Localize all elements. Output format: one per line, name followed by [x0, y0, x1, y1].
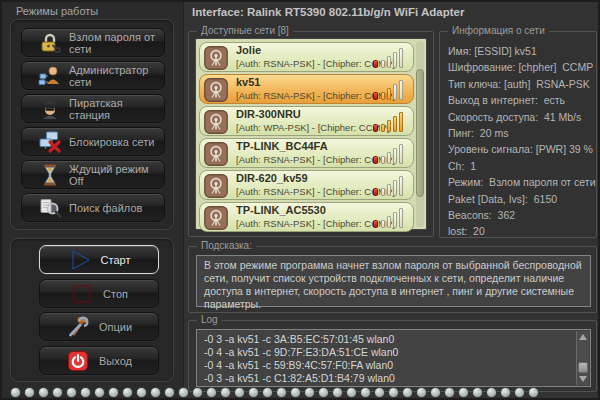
progress-dot — [290, 387, 301, 398]
signal-indicator — [373, 206, 407, 228]
progress-dot — [402, 387, 413, 398]
progress-dot — [444, 387, 455, 398]
network-item-dir300nru[interactable]: DIR-300NRU [Auth: WPA-PSK] - [Chipher: C… — [199, 106, 414, 136]
exit-button[interactable]: Выход — [39, 346, 159, 375]
network-item-jolie[interactable]: Jolie [Auth: RSNA-PSK] - [Chipher: CCMP] — [199, 42, 414, 72]
signal-bar — [393, 52, 397, 68]
log-scrollbar-thumb[interactable] — [578, 362, 588, 373]
progress-dot — [304, 387, 315, 398]
progress-dot — [164, 387, 175, 398]
mode-button-file-search[interactable]: Поиск файлов — [21, 193, 165, 222]
signal-indicator — [373, 110, 407, 132]
signal-bar — [399, 208, 403, 228]
signal-bar — [387, 56, 391, 68]
signal-bar — [381, 92, 385, 100]
scroll-up-icon[interactable] — [579, 334, 587, 340]
scroll-down-icon[interactable] — [579, 376, 587, 382]
signal-bar — [399, 144, 403, 164]
network-details: [Auth: RSNA-PSK] - [Chipher: CCMP] — [236, 186, 395, 197]
progress-dot — [80, 387, 91, 398]
signal-bar — [399, 48, 403, 68]
progress-dot — [318, 387, 329, 398]
signal-bar — [393, 180, 397, 196]
signal-bar — [381, 60, 385, 68]
signal-red-dot — [373, 124, 378, 132]
info-line-cipher: Шифрование: [chpher] CCMP — [448, 59, 596, 75]
log-scrollbar[interactable] — [576, 331, 589, 385]
signal-red-dot — [373, 188, 378, 196]
file-search-icon — [38, 196, 62, 220]
radio-tower-icon — [204, 46, 228, 70]
network-name: Jolie — [236, 44, 261, 56]
progress-dot — [388, 387, 399, 398]
progress-dot — [178, 387, 189, 398]
mode-button-pirate-station[interactable]: Пиратская станция — [21, 94, 165, 123]
network-item-dir620-kv59[interactable]: DIR-620_kv59 [Auth: RSNA-PSK] - [Chipher… — [199, 170, 414, 200]
signal-bar — [399, 80, 403, 100]
signal-red-dot — [373, 156, 378, 164]
network-list-scrollbar-thumb[interactable] — [416, 69, 424, 197]
progress-dot — [360, 387, 371, 398]
progress-dot — [38, 387, 49, 398]
stop-button-label: Стоп — [103, 288, 128, 300]
progress-dot — [276, 387, 287, 398]
radio-tower-icon — [204, 174, 228, 198]
mode-button-label: Администратор сети — [69, 64, 164, 88]
network-list-scrollbar[interactable] — [416, 41, 424, 227]
start-button[interactable]: Старт — [39, 245, 159, 274]
progress-dot — [500, 387, 511, 398]
radio-tower-icon — [204, 110, 228, 134]
info-line-beacons: Beacons: 362 — [448, 207, 596, 223]
progress-dot — [122, 387, 133, 398]
mode-button-standby[interactable]: Ждущий режим Off — [21, 160, 165, 189]
hourglass-icon — [38, 163, 62, 187]
network-admin-icon — [38, 64, 62, 88]
signal-bar — [387, 88, 391, 100]
network-details: [Auth: RSNA-PSK] - [Chipher: CCMP] — [236, 218, 395, 229]
network-info-groupbox: Информация о сети Имя: [ESSID] kv51 Шифр… — [439, 31, 597, 238]
stop-icon — [70, 282, 94, 306]
progress-dot — [486, 387, 497, 398]
sidebar-title: Режимы работы — [16, 5, 98, 17]
signal-bar — [387, 184, 391, 196]
signal-bar — [381, 188, 385, 196]
progress-dot — [108, 387, 119, 398]
signal-red-dot — [373, 220, 378, 228]
network-name: TP-LINK_BC44FA — [236, 140, 328, 152]
info-line-essid: Имя: [ESSID] kv51 — [448, 43, 596, 59]
progress-dot — [10, 387, 21, 398]
signal-bar — [393, 148, 397, 164]
power-icon — [66, 349, 90, 373]
stop-button[interactable]: Стоп — [39, 279, 159, 308]
progress-dot — [66, 387, 77, 398]
network-block-icon — [38, 130, 62, 154]
info-line-lost: lost: 20 — [448, 223, 596, 239]
network-name: kv51 — [236, 76, 260, 88]
signal-bar — [381, 156, 385, 164]
mode-button-crack-password[interactable]: Взлом пароля от сети — [21, 28, 165, 57]
signal-bar — [393, 212, 397, 228]
network-details: [Auth: RSNA-PSK] - [Chipher: CCMP] — [236, 58, 395, 69]
network-item-tplink-bc44fa[interactable]: TP-LINK_BC44FA [Auth: RSNA-PSK] - [Chiph… — [199, 138, 414, 168]
network-details: [Auth: RSNA-PSK] - [Chipher: CCMP] — [236, 90, 395, 101]
network-details: [Auth: WPA-PSK] - [Chipher: CCMP] — [236, 122, 389, 133]
progress-dot — [332, 387, 343, 398]
hint-groupbox: Подсказка: В этом режиме программа начне… — [188, 246, 597, 313]
hint-box: В этом режиме программа начнет взлом пар… — [196, 255, 591, 307]
network-item-kv51[interactable]: kv51 [Auth: RSNA-PSK] - [Chipher: CCMP] — [199, 74, 414, 104]
network-name: DIR-300NRU — [236, 108, 301, 120]
signal-bar — [393, 84, 397, 100]
mode-button-network-admin[interactable]: Администратор сети — [21, 61, 165, 90]
radio-tower-icon — [204, 142, 228, 166]
mode-button-network-block[interactable]: Блокировка сети — [21, 127, 165, 156]
signal-indicator — [373, 174, 407, 196]
network-item-tplink-ac5530[interactable]: TP-LINK_AC5530 [Auth: RSNA-PSK] - [Chiph… — [199, 202, 414, 232]
mode-button-label: Блокировка сети — [69, 136, 154, 148]
progress-dot — [234, 387, 245, 398]
signal-bar — [393, 116, 397, 132]
network-name: DIR-620_kv59 — [236, 172, 308, 184]
options-button[interactable]: Опции — [39, 312, 159, 341]
progress-dot — [528, 387, 539, 398]
start-button-label: Старт — [101, 254, 131, 266]
log-box: -0 3 -a kv51 -c 3A:B5:EC:57:01:45 wlan0 … — [196, 329, 591, 387]
